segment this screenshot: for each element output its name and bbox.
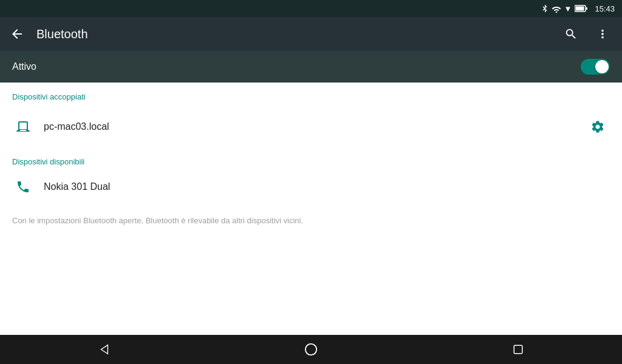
nav-back-button[interactable] [80, 335, 128, 364]
available-device-name: Nokia 301 Dual [44, 181, 610, 192]
bottom-nav [0, 335, 622, 364]
toggle-label: Attivo [12, 61, 581, 72]
svg-rect-2 [586, 7, 588, 10]
status-icons: ▼ 15:43 [541, 4, 615, 13]
paired-section-header: Dispositivi accoppiati [0, 83, 622, 106]
svg-marker-3 [101, 345, 108, 354]
svg-rect-5 [514, 345, 523, 354]
signal-status-icon: ▼ [564, 4, 572, 13]
paired-device-name: pc-mac03.local [44, 121, 586, 132]
status-time: 15:43 [595, 4, 615, 13]
app-bar-actions [556, 19, 617, 49]
bluetooth-status-icon [541, 4, 549, 13]
svg-rect-1 [576, 7, 584, 11]
available-device-item[interactable]: Nokia 301 Dual [0, 171, 622, 203]
paired-device-item[interactable]: pc-mac03.local [0, 106, 622, 147]
search-button[interactable] [556, 19, 586, 49]
page-title: Bluetooth [36, 27, 556, 41]
phone-icon [12, 180, 34, 194]
nav-home-button[interactable] [287, 335, 335, 364]
laptop-icon [12, 120, 34, 133]
main-content: Dispositivi accoppiati pc-mac03.local Di… [0, 83, 622, 335]
svg-point-4 [306, 344, 316, 355]
available-section-header: Dispositivi disponibili [0, 147, 622, 171]
wifi-status-icon [552, 5, 561, 13]
status-bar: ▼ 15:43 [0, 0, 622, 17]
bluetooth-toggle[interactable] [581, 59, 610, 75]
device-settings-button[interactable] [586, 115, 610, 139]
app-bar: Bluetooth [0, 17, 622, 51]
nav-recent-button[interactable] [494, 335, 542, 364]
bluetooth-toggle-row: Attivo [0, 51, 622, 83]
battery-status-icon [575, 5, 588, 12]
bluetooth-info-text: Con le impostazioni Bluetooth aperte, Bl… [0, 203, 622, 237]
more-options-button[interactable] [588, 19, 617, 49]
back-button[interactable] [2, 19, 32, 49]
